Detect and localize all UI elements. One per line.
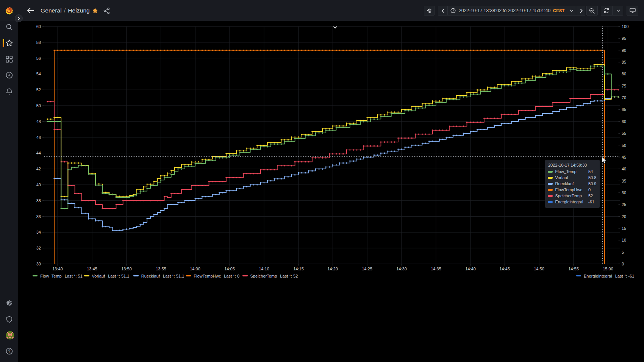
svg-text:54: 54: [36, 72, 41, 76]
svg-text:44: 44: [36, 151, 41, 155]
svg-text:58: 58: [36, 40, 41, 45]
svg-text:10: 10: [622, 238, 626, 242]
svg-text:15:00: 15:00: [603, 267, 613, 271]
svg-text:36: 36: [36, 214, 41, 219]
svg-text:35: 35: [622, 179, 626, 183]
svg-text:52: 52: [36, 87, 41, 92]
svg-text:14:35: 14:35: [431, 267, 441, 271]
svg-text:14:10: 14:10: [259, 267, 269, 271]
svg-text:14:50: 14:50: [534, 267, 544, 271]
svg-text:46: 46: [36, 135, 41, 140]
svg-text:90: 90: [622, 48, 626, 53]
svg-text:13:45: 13:45: [87, 267, 97, 271]
svg-text:100: 100: [622, 24, 628, 29]
svg-text:32: 32: [36, 246, 41, 250]
svg-text:40: 40: [622, 167, 626, 171]
svg-text:5: 5: [622, 250, 624, 254]
svg-text:80: 80: [622, 72, 626, 76]
svg-text:14:25: 14:25: [362, 267, 372, 271]
svg-text:13:55: 13:55: [156, 267, 166, 271]
svg-text:34: 34: [36, 230, 41, 234]
svg-text:56: 56: [36, 56, 41, 61]
svg-text:30: 30: [36, 262, 41, 266]
svg-text:60: 60: [36, 24, 41, 29]
svg-text:14:15: 14:15: [293, 267, 304, 271]
svg-text:95: 95: [622, 36, 626, 41]
svg-text:14:30: 14:30: [396, 267, 407, 271]
svg-text:50: 50: [622, 143, 626, 148]
svg-text:42: 42: [36, 167, 41, 171]
svg-text:60: 60: [622, 119, 626, 124]
svg-text:14:45: 14:45: [499, 267, 510, 271]
svg-text:75: 75: [622, 84, 626, 88]
svg-text:65: 65: [622, 107, 626, 112]
svg-text:0: 0: [622, 262, 624, 266]
svg-text:30: 30: [622, 190, 626, 195]
svg-text:14:00: 14:00: [190, 267, 200, 271]
svg-text:14:55: 14:55: [568, 267, 579, 271]
svg-text:15: 15: [622, 226, 626, 231]
svg-text:14:20: 14:20: [327, 267, 338, 271]
svg-text:45: 45: [622, 155, 626, 159]
svg-text:13:40: 13:40: [52, 267, 63, 271]
svg-text:13:50: 13:50: [121, 267, 132, 271]
svg-text:48: 48: [36, 119, 41, 124]
svg-text:50: 50: [36, 103, 41, 108]
svg-text:20: 20: [622, 214, 626, 219]
svg-text:70: 70: [622, 95, 626, 100]
svg-text:55: 55: [622, 131, 626, 136]
svg-text:25: 25: [622, 202, 626, 207]
svg-text:14:40: 14:40: [465, 267, 476, 271]
svg-text:85: 85: [622, 60, 626, 64]
svg-text:14:05: 14:05: [224, 267, 235, 271]
svg-text:38: 38: [36, 198, 41, 203]
svg-text:40: 40: [36, 183, 41, 187]
